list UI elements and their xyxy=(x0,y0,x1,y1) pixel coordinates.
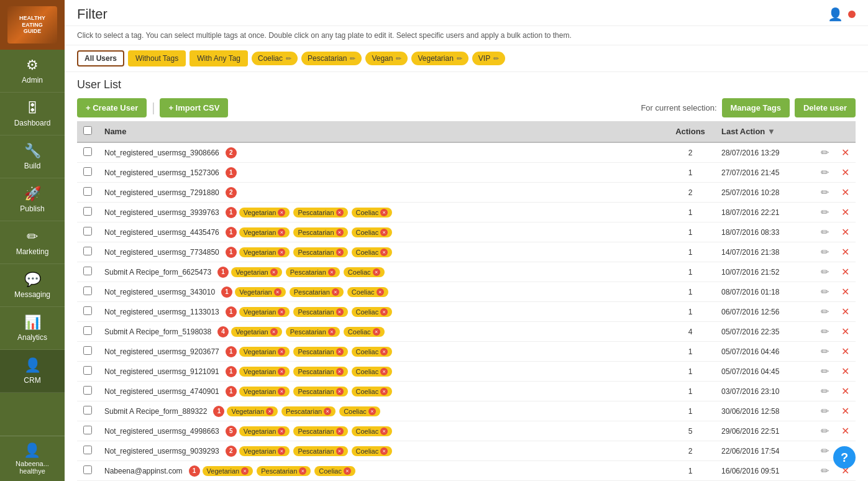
edit-button[interactable]: ✏ xyxy=(821,446,829,456)
edit-button[interactable]: ✏ xyxy=(821,167,829,178)
delete-cell[interactable]: ✕ xyxy=(835,382,856,401)
tag-coeliac[interactable]: Coeliac ✏ xyxy=(252,52,298,65)
remove-tag-button[interactable]: × xyxy=(266,408,273,415)
user-tag-pill[interactable]: Coeliac× xyxy=(352,208,393,218)
remove-tag-button[interactable]: × xyxy=(278,388,285,395)
edit-button[interactable]: ✏ xyxy=(821,247,829,257)
edit-cell[interactable]: ✏ xyxy=(815,401,835,421)
row-checkbox[interactable] xyxy=(83,386,92,395)
edit-button[interactable]: ✏ xyxy=(821,426,829,436)
edit-cell[interactable]: ✏ xyxy=(815,362,835,382)
remove-tag-button[interactable]: × xyxy=(336,229,344,236)
row-checkbox[interactable] xyxy=(83,426,92,434)
sidebar-item-dashboard[interactable]: 🎛 Dashboard xyxy=(0,93,65,135)
tag-vegetarian[interactable]: Vegetarian ✏ xyxy=(411,52,468,65)
row-checkbox[interactable] xyxy=(83,346,92,355)
remove-tag-button[interactable]: × xyxy=(332,288,339,296)
row-checkbox-cell[interactable] xyxy=(77,362,98,382)
delete-button[interactable]: ✕ xyxy=(841,167,849,178)
user-tag-pill[interactable]: Vegetarian× xyxy=(239,347,290,357)
sidebar-item-publish[interactable]: 🚀 Publish xyxy=(0,178,65,221)
user-tag-pill[interactable]: Pescatarian× xyxy=(293,208,347,218)
row-checkbox-cell[interactable] xyxy=(77,142,98,163)
remove-tag-button[interactable]: × xyxy=(336,428,344,435)
delete-button[interactable]: ✕ xyxy=(841,406,849,416)
remove-tag-button[interactable]: × xyxy=(278,368,285,375)
row-checkbox[interactable] xyxy=(83,406,92,415)
row-checkbox-cell[interactable] xyxy=(77,282,98,302)
delete-button[interactable]: ✕ xyxy=(841,247,849,257)
user-profile-icon[interactable]: 👤 xyxy=(828,7,843,22)
row-checkbox-cell[interactable] xyxy=(77,342,98,362)
user-tag-pill[interactable]: Vegetarian× xyxy=(239,247,290,257)
edit-cell[interactable]: ✏ xyxy=(815,203,835,222)
remove-tag-button[interactable]: × xyxy=(299,467,306,475)
remove-tag-button[interactable]: × xyxy=(270,328,278,336)
select-all-checkbox[interactable] xyxy=(83,126,92,135)
remove-tag-button[interactable]: × xyxy=(270,268,278,276)
remove-tag-button[interactable]: × xyxy=(380,447,388,455)
edit-cell[interactable]: ✏ xyxy=(815,282,835,302)
row-checkbox[interactable] xyxy=(83,326,92,335)
tag-coeliac-edit-icon[interactable]: ✏ xyxy=(286,55,291,63)
user-tag-pill[interactable]: Vegetarian× xyxy=(239,227,290,237)
edit-cell[interactable]: ✏ xyxy=(815,242,835,262)
edit-cell[interactable]: ✏ xyxy=(815,183,835,203)
remove-tag-button[interactable]: × xyxy=(336,209,344,216)
user-tag-pill[interactable]: Vegetarian× xyxy=(235,287,286,297)
user-tag-pill[interactable]: Pescatarian× xyxy=(293,247,347,257)
remove-tag-button[interactable]: × xyxy=(373,268,380,276)
remove-tag-button[interactable]: × xyxy=(328,268,336,276)
delete-cell[interactable]: ✕ xyxy=(835,401,856,421)
user-tag-pill[interactable]: Coeliac× xyxy=(352,227,393,237)
edit-cell[interactable]: ✏ xyxy=(815,461,835,481)
remove-tag-button[interactable]: × xyxy=(380,308,388,316)
remove-tag-button[interactable]: × xyxy=(336,308,344,316)
delete-button[interactable]: ✕ xyxy=(841,267,849,277)
filter-with-any-tag[interactable]: With Any Tag xyxy=(190,50,248,66)
row-checkbox-cell[interactable] xyxy=(77,382,98,401)
user-tag-pill[interactable]: Coeliac× xyxy=(352,367,393,377)
delete-cell[interactable]: ✕ xyxy=(835,142,856,163)
remove-tag-button[interactable]: × xyxy=(336,447,344,455)
import-csv-button[interactable]: + Import CSV xyxy=(160,98,228,117)
select-all-header[interactable] xyxy=(77,121,98,142)
user-tag-pill[interactable]: Coeliac× xyxy=(352,307,393,317)
edit-button[interactable]: ✏ xyxy=(821,306,829,317)
row-checkbox[interactable] xyxy=(83,207,92,216)
user-tag-pill[interactable]: Coeliac× xyxy=(352,387,393,396)
remove-tag-button[interactable]: × xyxy=(274,288,281,296)
user-tag-pill[interactable]: Coeliac× xyxy=(339,406,380,416)
delete-button[interactable]: ✕ xyxy=(841,207,849,218)
user-tag-pill[interactable]: Pescatarian× xyxy=(286,327,340,337)
edit-cell[interactable]: ✏ xyxy=(815,322,835,342)
user-tag-pill[interactable]: Vegetarian× xyxy=(239,446,290,456)
row-checkbox-cell[interactable] xyxy=(77,441,98,461)
remove-tag-button[interactable]: × xyxy=(336,249,344,256)
user-tag-pill[interactable]: Vegetarian× xyxy=(239,367,290,377)
edit-button[interactable]: ✏ xyxy=(821,346,829,357)
delete-cell[interactable]: ✕ xyxy=(835,322,856,342)
last-action-column-header[interactable]: Last Action ▼ xyxy=(715,121,815,142)
tag-pescatarian-edit-icon[interactable]: ✏ xyxy=(350,55,355,63)
row-checkbox-cell[interactable] xyxy=(77,183,98,203)
remove-tag-button[interactable]: × xyxy=(380,348,388,355)
row-checkbox[interactable] xyxy=(83,267,92,275)
delete-button[interactable]: ✕ xyxy=(841,187,849,198)
remove-tag-button[interactable]: × xyxy=(278,447,285,455)
user-tag-pill[interactable]: Coeliac× xyxy=(314,466,355,476)
edit-cell[interactable]: ✏ xyxy=(815,142,835,163)
edit-cell[interactable]: ✏ xyxy=(815,421,835,441)
delete-button[interactable]: ✕ xyxy=(841,326,849,337)
row-checkbox[interactable] xyxy=(83,227,92,236)
filter-without-tags[interactable]: Without Tags xyxy=(128,50,186,66)
delete-button[interactable]: ✕ xyxy=(841,346,849,357)
current-user[interactable]: 👤 Nabeena... healthye xyxy=(16,442,49,475)
delete-cell[interactable]: ✕ xyxy=(835,242,856,262)
delete-button[interactable]: ✕ xyxy=(841,386,849,396)
tag-vegetarian-edit-icon[interactable]: ✏ xyxy=(457,55,462,63)
remove-tag-button[interactable]: × xyxy=(278,229,285,236)
remove-tag-button[interactable]: × xyxy=(324,408,331,415)
sidebar-item-messaging[interactable]: 💬 Messaging xyxy=(0,264,65,307)
user-tag-pill[interactable]: Pescatarian× xyxy=(286,267,340,277)
